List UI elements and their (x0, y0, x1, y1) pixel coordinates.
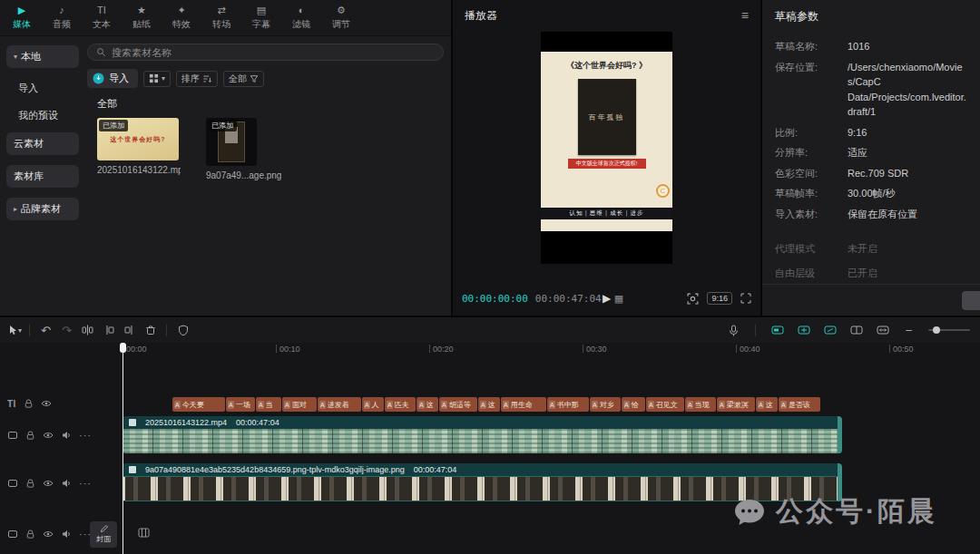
sidebar-item-brand[interactable]: ▸品牌素材 (6, 198, 79, 220)
text-icon: A (228, 401, 234, 409)
filter-all-button[interactable]: 全部 (223, 71, 264, 87)
sidebar-item-local[interactable]: ▾本地 (6, 45, 79, 68)
more-icon[interactable]: ··· (79, 433, 92, 438)
eye-icon[interactable] (41, 398, 52, 409)
zoom-out-icon[interactable]: − (898, 320, 919, 340)
text-clip[interactable]: A当 (256, 397, 281, 412)
text-clip[interactable]: A梁漱溟 (717, 397, 755, 412)
import-button[interactable]: 导入 (87, 69, 138, 88)
text-clip[interactable]: A是否该 (779, 397, 820, 412)
video-clip[interactable]: 20251016143122.mp4 00:00:47:04 (122, 416, 842, 453)
search-input[interactable] (112, 47, 435, 58)
sort-button[interactable]: 排序 (176, 71, 218, 87)
timeline-zoom-slider[interactable] (928, 329, 970, 331)
media-item-video[interactable]: 这个世界会好吗? 已添加 20251016143122.mp4 (97, 118, 181, 180)
params-title: 草稿参数 (762, 0, 980, 34)
lock-icon[interactable] (24, 399, 34, 409)
trim-right-button[interactable] (119, 320, 140, 340)
mute-icon[interactable] (61, 430, 72, 441)
text-clip[interactable]: A进发着 (318, 397, 361, 412)
text-clip[interactable]: A这 (756, 397, 778, 412)
modify-button-partial[interactable] (962, 291, 980, 310)
audio-icon: ♪ (59, 5, 64, 16)
image-thumbnail: 已添加 (206, 118, 257, 166)
auto-snap-icon[interactable] (793, 320, 814, 340)
view-mode-button[interactable]: ▾ (143, 71, 171, 87)
chevron-down-icon: ▾ (18, 326, 22, 335)
undo-button[interactable]: ↶ (35, 320, 56, 340)
tab-filter[interactable]: ◐滤镜 (281, 0, 321, 36)
sidebar-item-presets[interactable]: 我的预设 (6, 105, 79, 126)
tab-media[interactable]: ▶媒体 (2, 0, 42, 36)
preview-axis-icon[interactable] (846, 320, 867, 340)
eye-icon[interactable] (43, 478, 54, 489)
play-button[interactable]: ▶ (603, 292, 611, 305)
mask-shield-button[interactable] (172, 320, 193, 340)
text-clip[interactable]: A这 (478, 397, 500, 412)
mute-icon[interactable] (61, 529, 72, 539)
redo-button[interactable]: ↷ (56, 320, 77, 340)
tab-effects[interactable]: ✦特效 (162, 0, 201, 36)
player-stage: 《这个世界会好吗? 》 百年孤独 中文版全球首次正式授权! C 认知｜思维｜成长… (453, 31, 760, 263)
playhead-handle[interactable] (120, 343, 126, 353)
sidebar-item-import[interactable]: 导入 (6, 78, 79, 99)
text-clip[interactable]: A匹夫 (385, 397, 416, 412)
text-clip[interactable]: A一场 (226, 397, 255, 412)
lock-icon[interactable] (25, 431, 35, 441)
lock-icon[interactable] (25, 530, 35, 539)
text-clip[interactable]: A对乡 (590, 397, 621, 412)
text-clip[interactable]: A当现 (685, 397, 716, 412)
lock-icon[interactable] (25, 479, 35, 489)
text-clip[interactable]: A这 (416, 397, 438, 412)
added-badge: 已添加 (99, 120, 128, 131)
ratio-chip[interactable]: 9:16 (707, 292, 732, 305)
text-icon: A (480, 401, 486, 409)
sidebar-item-library[interactable]: 素材库 (6, 165, 79, 188)
timeline-ruler[interactable]: 00:00 00:10 00:20 00:30 00:40 00:50 (0, 343, 980, 355)
delete-button[interactable] (140, 320, 161, 340)
tab-captions[interactable]: ▤字幕 (241, 0, 281, 36)
text-clip[interactable]: A恰 (622, 397, 645, 412)
text-clip[interactable]: A书中那 (547, 397, 589, 412)
fit-timeline-icon[interactable] (872, 320, 893, 340)
divider (762, 284, 980, 285)
cursor-tool-button[interactable]: ▾ (6, 325, 24, 336)
text-clip[interactable]: A今天要 (172, 397, 225, 412)
film-strip-icon[interactable] (138, 528, 150, 538)
chevron-right-icon: ▸ (14, 205, 17, 213)
captions-icon: ▤ (257, 5, 266, 16)
tab-audio[interactable]: ♪音频 (42, 0, 82, 36)
fullscreen-icon[interactable] (740, 293, 751, 304)
text-clip[interactable]: A人 (362, 397, 384, 412)
text-clip[interactable]: A召见文 (646, 397, 684, 412)
text-clip[interactable]: A胡适等 (439, 397, 477, 412)
linkage-icon[interactable] (819, 320, 840, 340)
eye-icon[interactable] (43, 529, 54, 539)
sidebar-item-cloud[interactable]: 云素材 (6, 132, 79, 155)
text-clip[interactable]: A用生命 (501, 397, 546, 412)
tab-text[interactable]: TI文本 (82, 0, 122, 36)
text-clip[interactable]: A面对 (282, 397, 317, 412)
eye-icon[interactable] (43, 430, 54, 441)
split-button[interactable] (77, 320, 98, 340)
player-menu-icon[interactable]: ≡ (741, 8, 749, 23)
record-voiceover-icon[interactable] (723, 320, 744, 340)
extra-track-header: ··· (0, 528, 92, 540)
cover-button[interactable]: 封面 (90, 521, 117, 548)
trim-left-button[interactable] (98, 320, 119, 340)
snapshot-icon[interactable] (687, 293, 699, 305)
video-preview-frame[interactable]: 《这个世界会好吗? 》 百年孤独 中文版全球首次正式授权! C 认知｜思维｜成长… (541, 32, 672, 264)
main-track-magnet-icon[interactable] (767, 320, 788, 340)
text-icon: A (319, 401, 326, 409)
tab-adjust[interactable]: ⚙调节 (321, 0, 361, 36)
zoom-slider-thumb[interactable] (933, 326, 940, 334)
tab-sticker[interactable]: ★贴纸 (122, 0, 162, 36)
tab-transition[interactable]: ⇄转场 (201, 0, 241, 36)
playhead[interactable] (122, 343, 123, 554)
media-item-image[interactable]: 已添加 9a07a49...age.png (206, 118, 281, 180)
added-badge: 已添加 (208, 120, 237, 131)
frame-preview-icon[interactable]: ▦ (614, 293, 623, 305)
mute-icon[interactable] (61, 478, 72, 489)
clip-track-icon (7, 478, 18, 489)
more-icon[interactable]: ··· (79, 481, 92, 486)
